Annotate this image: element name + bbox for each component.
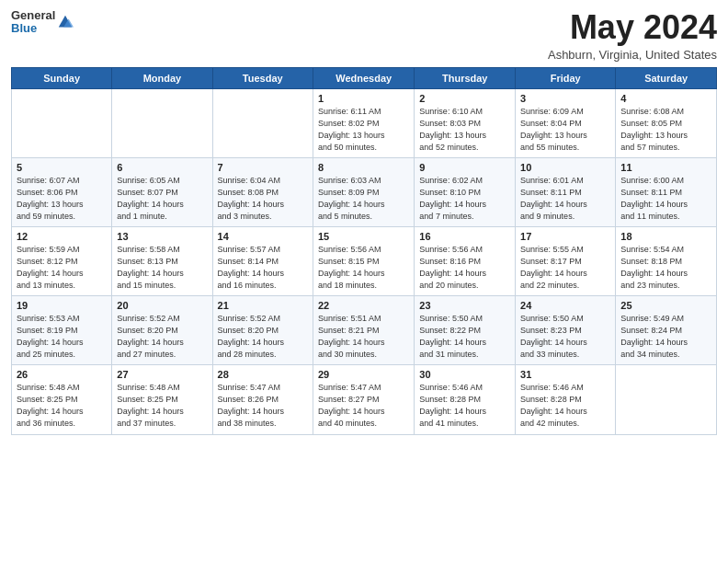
weekday-header-row: SundayMondayTuesdayWednesdayThursdayFrid… xyxy=(12,67,717,88)
day-number: 24 xyxy=(520,300,610,311)
day-number: 12 xyxy=(17,231,107,242)
day-number: 9 xyxy=(419,162,510,173)
day-info: Sunrise: 5:51 AMSunset: 8:21 PMDaylight:… xyxy=(318,313,409,361)
day-number: 7 xyxy=(218,162,308,173)
day-info: Sunrise: 5:55 AMSunset: 8:17 PMDaylight:… xyxy=(520,244,610,292)
day-info: Sunrise: 5:56 AMSunset: 8:16 PMDaylight:… xyxy=(419,244,510,292)
day-info: Sunrise: 5:49 AMSunset: 8:24 PMDaylight:… xyxy=(620,313,711,361)
calendar-cell: 16Sunrise: 5:56 AMSunset: 8:16 PMDayligh… xyxy=(415,226,516,295)
day-info: Sunrise: 5:48 AMSunset: 8:25 PMDaylight:… xyxy=(117,382,207,430)
title-month: May 2024 xyxy=(548,9,717,46)
page: General Blue May 2024 Ashburn, Virginia,… xyxy=(0,0,728,563)
day-info: Sunrise: 6:00 AMSunset: 8:11 PMDaylight:… xyxy=(620,175,711,223)
calendar-cell: 29Sunrise: 5:47 AMSunset: 8:27 PMDayligh… xyxy=(313,365,414,434)
calendar-cell: 30Sunrise: 5:46 AMSunset: 8:28 PMDayligh… xyxy=(415,365,516,434)
day-info: Sunrise: 6:01 AMSunset: 8:11 PMDaylight:… xyxy=(520,175,610,223)
day-number: 31 xyxy=(520,369,610,380)
day-number: 16 xyxy=(419,231,510,242)
calendar-cell: 22Sunrise: 5:51 AMSunset: 8:21 PMDayligh… xyxy=(313,296,414,365)
day-info: Sunrise: 5:59 AMSunset: 8:12 PMDaylight:… xyxy=(17,244,107,292)
day-info: Sunrise: 6:09 AMSunset: 8:04 PMDaylight:… xyxy=(520,106,610,154)
calendar-cell: 6Sunrise: 6:05 AMSunset: 8:07 PMDaylight… xyxy=(112,157,212,226)
day-number: 6 xyxy=(117,162,207,173)
calendar-cell: 21Sunrise: 5:52 AMSunset: 8:20 PMDayligh… xyxy=(212,296,313,365)
day-number: 15 xyxy=(318,231,409,242)
weekday-header-saturday: Saturday xyxy=(616,67,717,88)
calendar-cell xyxy=(112,88,212,157)
calendar-cell: 10Sunrise: 6:01 AMSunset: 8:11 PMDayligh… xyxy=(516,157,616,226)
day-info: Sunrise: 6:11 AMSunset: 8:02 PMDaylight:… xyxy=(318,106,409,154)
calendar-cell: 13Sunrise: 5:58 AMSunset: 8:13 PMDayligh… xyxy=(112,226,212,295)
day-number: 27 xyxy=(117,369,207,380)
calendar-cell xyxy=(12,88,112,157)
day-info: Sunrise: 5:46 AMSunset: 8:28 PMDaylight:… xyxy=(520,382,610,430)
calendar-cell: 2Sunrise: 6:10 AMSunset: 8:03 PMDaylight… xyxy=(415,88,516,157)
weekday-header-friday: Friday xyxy=(516,67,616,88)
logo-icon xyxy=(57,14,74,30)
day-info: Sunrise: 6:02 AMSunset: 8:10 PMDaylight:… xyxy=(419,175,510,223)
day-number: 14 xyxy=(218,231,308,242)
calendar-cell: 23Sunrise: 5:50 AMSunset: 8:22 PMDayligh… xyxy=(415,296,516,365)
weekday-header-tuesday: Tuesday xyxy=(212,67,313,88)
calendar-cell: 1Sunrise: 6:11 AMSunset: 8:02 PMDaylight… xyxy=(313,88,414,157)
calendar-cell: 5Sunrise: 6:07 AMSunset: 8:06 PMDaylight… xyxy=(12,157,112,226)
calendar-cell: 19Sunrise: 5:53 AMSunset: 8:19 PMDayligh… xyxy=(12,296,112,365)
day-info: Sunrise: 6:04 AMSunset: 8:08 PMDaylight:… xyxy=(218,175,308,223)
calendar-cell: 20Sunrise: 5:52 AMSunset: 8:20 PMDayligh… xyxy=(112,296,212,365)
day-number: 2 xyxy=(419,93,510,104)
calendar-body: 1Sunrise: 6:11 AMSunset: 8:02 PMDaylight… xyxy=(12,88,717,434)
day-info: Sunrise: 5:52 AMSunset: 8:20 PMDaylight:… xyxy=(218,313,308,361)
calendar-cell: 18Sunrise: 5:54 AMSunset: 8:18 PMDayligh… xyxy=(616,226,717,295)
day-number: 3 xyxy=(520,93,610,104)
day-info: Sunrise: 5:58 AMSunset: 8:13 PMDaylight:… xyxy=(117,244,207,292)
day-number: 29 xyxy=(318,369,409,380)
logo-blue: Blue xyxy=(11,22,55,35)
day-number: 25 xyxy=(620,300,711,311)
day-info: Sunrise: 5:48 AMSunset: 8:25 PMDaylight:… xyxy=(17,382,107,430)
calendar-cell: 12Sunrise: 5:59 AMSunset: 8:12 PMDayligh… xyxy=(12,226,112,295)
day-info: Sunrise: 6:10 AMSunset: 8:03 PMDaylight:… xyxy=(419,106,510,154)
day-number: 8 xyxy=(318,162,409,173)
calendar-cell: 17Sunrise: 5:55 AMSunset: 8:17 PMDayligh… xyxy=(516,226,616,295)
day-number: 10 xyxy=(520,162,610,173)
calendar-cell: 25Sunrise: 5:49 AMSunset: 8:24 PMDayligh… xyxy=(616,296,717,365)
day-info: Sunrise: 5:53 AMSunset: 8:19 PMDaylight:… xyxy=(17,313,107,361)
calendar-week-2: 5Sunrise: 6:07 AMSunset: 8:06 PMDaylight… xyxy=(12,157,717,226)
day-number: 1 xyxy=(318,93,409,104)
calendar-cell: 7Sunrise: 6:04 AMSunset: 8:08 PMDaylight… xyxy=(212,157,313,226)
header: General Blue May 2024 Ashburn, Virginia,… xyxy=(11,9,717,62)
day-info: Sunrise: 5:54 AMSunset: 8:18 PMDaylight:… xyxy=(620,244,711,292)
calendar-cell: 14Sunrise: 5:57 AMSunset: 8:14 PMDayligh… xyxy=(212,226,313,295)
day-number: 11 xyxy=(620,162,711,173)
logo-text: General Blue xyxy=(11,9,55,36)
calendar-week-3: 12Sunrise: 5:59 AMSunset: 8:12 PMDayligh… xyxy=(12,226,717,295)
title-location: Ashburn, Virginia, United States xyxy=(548,48,717,62)
calendar-cell: 26Sunrise: 5:48 AMSunset: 8:25 PMDayligh… xyxy=(12,365,112,434)
calendar-week-4: 19Sunrise: 5:53 AMSunset: 8:19 PMDayligh… xyxy=(12,296,717,365)
day-number: 21 xyxy=(218,300,308,311)
weekday-header-thursday: Thursday xyxy=(415,67,516,88)
weekday-header-monday: Monday xyxy=(112,67,212,88)
calendar-cell: 4Sunrise: 6:08 AMSunset: 8:05 PMDaylight… xyxy=(616,88,717,157)
calendar-table: SundayMondayTuesdayWednesdayThursdayFrid… xyxy=(11,67,717,435)
day-info: Sunrise: 5:47 AMSunset: 8:26 PMDaylight:… xyxy=(218,382,308,430)
logo: General Blue xyxy=(11,9,74,36)
calendar-cell: 8Sunrise: 6:03 AMSunset: 8:09 PMDaylight… xyxy=(313,157,414,226)
day-number: 18 xyxy=(620,231,711,242)
day-info: Sunrise: 5:50 AMSunset: 8:23 PMDaylight:… xyxy=(520,313,610,361)
calendar-cell xyxy=(212,88,313,157)
calendar-week-1: 1Sunrise: 6:11 AMSunset: 8:02 PMDaylight… xyxy=(12,88,717,157)
calendar-cell: 24Sunrise: 5:50 AMSunset: 8:23 PMDayligh… xyxy=(516,296,616,365)
day-info: Sunrise: 6:05 AMSunset: 8:07 PMDaylight:… xyxy=(117,175,207,223)
day-info: Sunrise: 6:08 AMSunset: 8:05 PMDaylight:… xyxy=(620,106,711,154)
day-info: Sunrise: 6:03 AMSunset: 8:09 PMDaylight:… xyxy=(318,175,409,223)
calendar-cell: 31Sunrise: 5:46 AMSunset: 8:28 PMDayligh… xyxy=(516,365,616,434)
day-number: 28 xyxy=(218,369,308,380)
day-number: 26 xyxy=(17,369,107,380)
day-info: Sunrise: 5:47 AMSunset: 8:27 PMDaylight:… xyxy=(318,382,409,430)
day-number: 30 xyxy=(419,369,510,380)
calendar-header: SundayMondayTuesdayWednesdayThursdayFrid… xyxy=(12,67,717,88)
calendar-cell: 28Sunrise: 5:47 AMSunset: 8:26 PMDayligh… xyxy=(212,365,313,434)
calendar-cell xyxy=(616,365,717,434)
title-block: May 2024 Ashburn, Virginia, United State… xyxy=(548,9,717,62)
